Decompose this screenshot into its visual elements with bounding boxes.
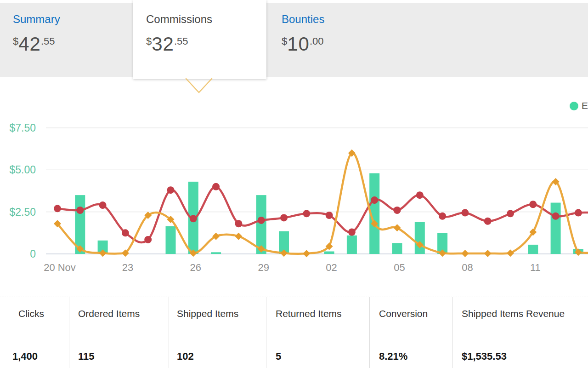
y-axis-tick-label: 0 [30, 248, 36, 260]
y-axis-tick-label: $7.50 [9, 122, 36, 134]
red-line-point[interactable] [280, 214, 288, 221]
red-line-point[interactable] [144, 236, 152, 243]
red-line-point[interactable] [99, 201, 107, 209]
x-axis-tick-label: 29 [258, 262, 269, 273]
red-line-point[interactable] [416, 191, 424, 199]
orange-line-point[interactable] [303, 250, 310, 257]
earnings-bar[interactable] [324, 252, 334, 254]
y-axis-tick-label: $5.00 [9, 164, 36, 176]
earnings-bar[interactable] [528, 245, 538, 254]
red-line-point[interactable] [439, 213, 446, 220]
stat-cell-shipped-items: Shipped Items102 [169, 297, 266, 368]
earnings-bar[interactable] [166, 226, 176, 254]
red-line-point[interactable] [235, 220, 242, 227]
stat-label: Returned Items [276, 308, 369, 319]
earnings-bar[interactable] [551, 203, 561, 254]
orange-line-point[interactable] [235, 233, 242, 240]
x-axis-tick-label: 20 Nov [44, 262, 76, 273]
x-axis-tick-label: 11 [530, 262, 541, 273]
orange-line-point[interactable] [507, 249, 514, 257]
stats-strip: Clicks1,400Ordered Items115Shipped Items… [0, 297, 588, 368]
x-axis-tick-label: 08 [462, 262, 473, 273]
earnings-bar[interactable] [347, 236, 357, 254]
stat-label: Shipped Items Revenue [462, 308, 588, 319]
red-line-point[interactable] [122, 229, 129, 236]
stat-value: 8.21% [379, 351, 452, 362]
orange-line-point[interactable] [461, 250, 469, 257]
stat-cell-conversion: Conversion8.21% [370, 297, 453, 368]
orange-line-point[interactable] [484, 250, 492, 257]
x-axis-tick-label: 23 [122, 262, 133, 273]
x-axis-tick-label: 05 [394, 262, 405, 273]
stat-cell-clicks: Clicks1,400 [0, 297, 69, 368]
red-line-point[interactable] [212, 183, 220, 190]
earnings-bar[interactable] [415, 222, 425, 254]
red-line-point[interactable] [394, 207, 401, 214]
red-line-point[interactable] [575, 209, 582, 216]
red-line-point[interactable] [258, 217, 265, 224]
stat-value: 1,400 [12, 351, 69, 362]
legend-earnings-label: E [582, 100, 588, 111]
stat-label: Ordered Items [78, 308, 169, 319]
red-line-point[interactable] [326, 212, 333, 219]
stat-value: 102 [177, 351, 266, 362]
red-line-point[interactable] [529, 201, 537, 208]
stat-cell-returned-items: Returned Items5 [266, 297, 370, 368]
red-line-point[interactable] [371, 196, 378, 204]
stat-cell-shipped-items-revenue: Shipped Items Revenue$1,535.53 [453, 297, 588, 368]
x-axis-tick-label: 02 [326, 262, 337, 273]
earnings-bar[interactable] [256, 195, 266, 254]
red-line-point[interactable] [348, 229, 356, 236]
legend-earnings-dot-icon [570, 102, 578, 110]
red-line-point[interactable] [76, 207, 84, 214]
stat-value: $1,535.53 [462, 351, 588, 362]
stat-label: Conversion [379, 308, 452, 319]
red-line-point[interactable] [484, 218, 492, 225]
red-line-point[interactable] [303, 210, 310, 217]
stat-cell-ordered-items: Ordered Items115 [69, 297, 169, 368]
earnings-chart: $7.50$5.00$2.50020 Nov23262902050811 [0, 0, 588, 297]
red-line-point[interactable] [461, 209, 469, 216]
red-line-point[interactable] [507, 210, 514, 217]
red-line-point[interactable] [552, 213, 560, 220]
earnings-bar[interactable] [392, 243, 402, 254]
earnings-bar[interactable] [211, 252, 221, 254]
stat-label: Shipped Items [177, 308, 266, 319]
red-line-point[interactable] [190, 215, 197, 222]
orange-line [57, 153, 588, 253]
x-axis-tick-label: 26 [190, 262, 201, 273]
stat-value: 5 [276, 351, 369, 362]
stat-value: 115 [78, 351, 169, 362]
stat-label: Clicks [18, 308, 69, 319]
legend-earnings: E [570, 100, 588, 112]
y-axis-tick-label: $2.50 [9, 206, 36, 218]
red-line-point[interactable] [167, 186, 175, 194]
red-line-point[interactable] [54, 205, 61, 212]
